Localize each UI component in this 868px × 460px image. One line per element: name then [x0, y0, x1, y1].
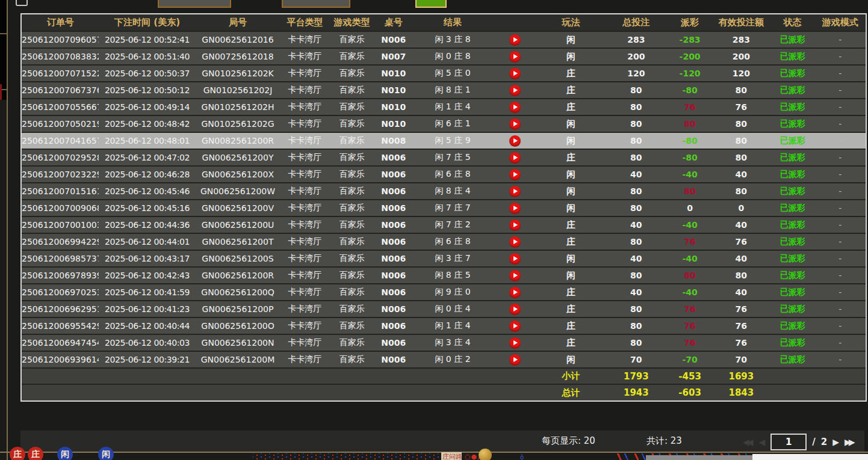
table-row[interactable]: 2506120069554292025-06-12 00:40:44GN0062… — [22, 317, 866, 334]
play-video-icon[interactable] — [509, 320, 521, 332]
play-video-icon[interactable] — [509, 304, 521, 315]
table-row[interactable]: 2506120069942292025-06-12 00:44:01GN0062… — [22, 233, 866, 250]
cell-platform: 卡卡湾厅 — [280, 48, 329, 65]
cell-platform: 卡卡湾厅 — [280, 317, 329, 334]
cell-order: 250612007023229 — [22, 166, 99, 183]
table-row[interactable]: 2506120070151612025-06-12 00:45:46GN0062… — [22, 183, 866, 200]
cell-total-bet: 80 — [605, 82, 668, 99]
play-video-icon[interactable] — [509, 169, 521, 180]
cell-status: 已派彩 — [770, 250, 814, 267]
cell-method: 闲 — [537, 267, 604, 284]
table-row[interactable]: 2506120069857372025-06-12 00:43:17GN0062… — [22, 250, 866, 267]
table-row[interactable]: 2506120070295282025-06-12 00:47:02GN0062… — [22, 149, 866, 166]
table-row[interactable]: 2506120070673762025-06-12 00:50:12GN0102… — [22, 82, 866, 99]
cell-payout: 76 — [668, 334, 712, 351]
cell-status: 已派彩 — [770, 301, 814, 317]
table-row[interactable]: 2506120070232292025-06-12 00:46:28GN0062… — [22, 166, 866, 183]
cell-payout: 76 — [668, 233, 712, 250]
cell-table-no: N010 — [374, 82, 413, 99]
cell-platform: 卡卡湾厅 — [280, 149, 329, 166]
play-video-icon[interactable] — [509, 337, 521, 349]
play-video-icon[interactable] — [509, 270, 521, 281]
table-row[interactable]: 2506120070090682025-06-12 00:45:16GN0062… — [22, 200, 866, 216]
cell-platform: 卡卡湾厅 — [280, 284, 329, 301]
cell-result: 闲 8 庄 1 — [413, 82, 492, 99]
cell-result: 闲 6 庄 8 — [413, 166, 492, 183]
play-video-icon[interactable] — [509, 219, 521, 231]
col-header-total-bet: 总投注 — [605, 14, 668, 31]
play-video-icon[interactable] — [509, 203, 521, 214]
cell-total-bet: 40 — [605, 250, 668, 267]
cell-status: 已派彩 — [770, 132, 814, 149]
cell-bet-time: 2025-06-12 00:45:16 — [99, 200, 195, 216]
prev-page-icon[interactable]: ◀ — [759, 434, 766, 450]
cell-bet-time: 2025-06-12 00:48:01 — [99, 132, 195, 149]
cell-game-type: 百家乐 — [329, 284, 374, 301]
table-row[interactable]: 2506120069474542025-06-12 00:40:03GN0062… — [22, 334, 866, 351]
subtotal-row: 小计 1793 -453 1693 — [22, 368, 866, 384]
cell-total-bet: 80 — [605, 132, 668, 149]
page-number-input[interactable] — [770, 434, 807, 450]
window-icon[interactable] — [16, 0, 28, 6]
table-row[interactable]: 2506120070960572025-06-12 00:52:41GN0062… — [22, 31, 866, 48]
table-row[interactable]: 2506120070502192025-06-12 00:48:42GN0102… — [22, 115, 866, 132]
next-page-icon[interactable]: ▶ — [832, 434, 839, 450]
cell-game-type: 百家乐 — [329, 200, 374, 216]
play-video-icon[interactable] — [509, 186, 521, 197]
table-row[interactable]: 2506120070416572025-06-12 00:48:01GN0082… — [22, 132, 866, 149]
play-video-icon[interactable] — [509, 68, 521, 79]
play-video-icon[interactable] — [509, 51, 521, 63]
cell-round-id: GN0062561200R — [196, 267, 280, 284]
gold-chip-icon — [479, 449, 492, 460]
col-header-game-type: 游戏类型 — [329, 14, 374, 31]
play-video-icon[interactable] — [509, 102, 521, 113]
play-video-icon[interactable] — [509, 34, 521, 46]
play-video-icon[interactable] — [509, 354, 521, 366]
cell-result: 闲 3 庄 7 — [413, 250, 492, 267]
cell-status: 已派彩 — [770, 334, 814, 351]
cell-status: 已派彩 — [770, 317, 814, 334]
cell-result: 闲 5 庄 9 — [413, 132, 492, 149]
table-row[interactable]: 2506120069789392025-06-12 00:42:43GN0062… — [22, 267, 866, 284]
play-video-icon[interactable] — [509, 287, 521, 298]
filter-dropdown-right[interactable] — [282, 0, 350, 8]
table-row[interactable]: 2506120070838322025-06-12 00:51:40GN0072… — [22, 48, 866, 65]
cell-round-id: GN0102561202H — [196, 99, 280, 115]
cell-total-bet: 80 — [605, 200, 668, 216]
table-header-row: 订单号 下注时间 (美东) 局号 平台类型 游戏类型 桌号 结果 玩法 总投注 … — [22, 14, 866, 31]
col-header-bet-time: 下注时间 (美东) — [99, 14, 195, 31]
cell-bet-time: 2025-06-12 00:39:21 — [99, 351, 195, 368]
cell-payout: 76 — [668, 99, 712, 115]
table-row[interactable]: 2506120070715222025-06-12 00:50:37GN0102… — [22, 65, 866, 82]
cell-payout: -40 — [668, 216, 712, 233]
play-video-icon[interactable] — [509, 85, 521, 96]
cell-table-no: N007 — [374, 48, 413, 65]
road-marker: ŏ — [520, 454, 524, 460]
col-header-result: 结果 — [413, 14, 492, 31]
table-row[interactable]: 2506120070010032025-06-12 00:44:36GN0062… — [22, 216, 866, 233]
table-row[interactable]: 2506120069702532025-06-12 00:41:59GN0062… — [22, 284, 866, 301]
cell-game-mode: - — [815, 301, 866, 317]
play-video-icon[interactable] — [509, 152, 521, 164]
play-video-icon[interactable] — [509, 118, 521, 130]
total-valid: 1843 — [712, 384, 770, 400]
first-page-icon[interactable]: ◀◀ — [743, 434, 754, 450]
table-row[interactable]: 2506120069396142025-06-12 00:39:21GN0062… — [22, 351, 866, 368]
last-page-icon[interactable]: ▶▶ — [845, 434, 855, 450]
play-video-icon[interactable] — [509, 135, 521, 147]
table-row[interactable]: 2506120070556672025-06-12 00:49:14GN0102… — [22, 99, 866, 115]
cell-table-no: N006 — [374, 301, 413, 317]
filter-dropdown-left[interactable] — [158, 0, 231, 8]
cell-status: 已派彩 — [770, 216, 814, 233]
search-button[interactable] — [415, 0, 447, 8]
cell-total-bet: 80 — [605, 149, 668, 166]
cell-table-no: N006 — [374, 233, 413, 250]
cell-game-mode: - — [815, 284, 866, 301]
play-video-icon[interactable] — [509, 236, 521, 248]
cell-video — [492, 351, 537, 368]
table-row[interactable]: 2506120069629512025-06-12 00:41:23GN0062… — [22, 301, 866, 317]
cell-video — [492, 99, 537, 115]
play-video-icon[interactable] — [509, 253, 521, 265]
cell-order: 250612007041657 — [22, 132, 99, 149]
cell-bet-time: 2025-06-12 00:47:02 — [99, 149, 195, 166]
